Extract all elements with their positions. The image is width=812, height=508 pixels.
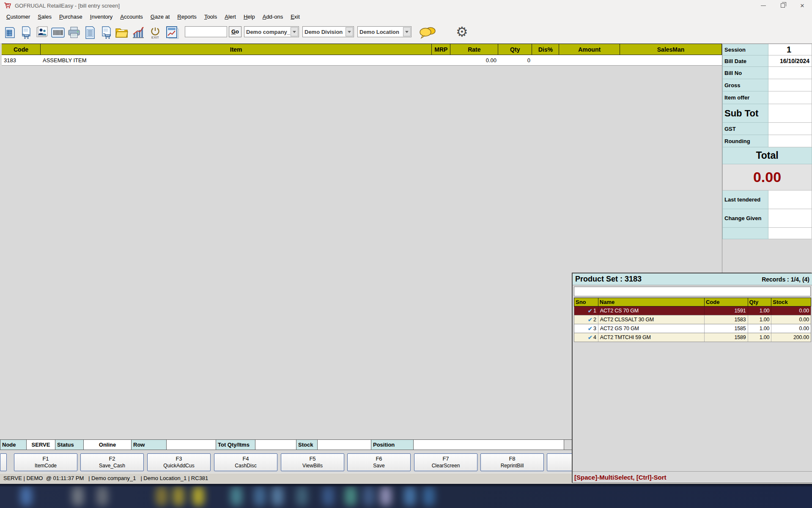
division-select[interactable]: Demo Division — [302, 26, 354, 37]
fkey-label: F4 — [242, 456, 249, 462]
fkey-label: F2 — [109, 456, 115, 462]
chevron-down-icon[interactable] — [403, 27, 411, 36]
menu-add-ons[interactable]: Add-ons — [259, 12, 287, 21]
gear-icon[interactable]: ⚙ — [456, 24, 468, 40]
fkey-action: QuickAddCus — [163, 462, 194, 469]
f5-view-bills-button[interactable]: F5ViewBills — [281, 453, 344, 471]
col-header-dis[interactable]: Dis% — [532, 44, 559, 55]
menu-purchase[interactable]: Purchase — [55, 12, 86, 21]
col-header-qty[interactable]: Qty — [498, 44, 532, 55]
customers-icon[interactable] — [35, 25, 49, 41]
row-label: Row — [132, 440, 167, 450]
minimize-button[interactable] — [754, 0, 773, 11]
col-header-code[interactable]: Code — [2, 44, 41, 55]
tot-qty-label: Tot Qty/Itms — [216, 440, 255, 450]
ps-col-stock[interactable]: Stock — [771, 298, 811, 306]
col-header-rate[interactable]: Rate — [450, 44, 498, 55]
daily-report-icon[interactable] — [165, 25, 179, 41]
taskbar-icon-blur — [230, 486, 242, 506]
go-button[interactable]: Go — [229, 26, 241, 37]
close-icon: ✕ — [800, 3, 805, 9]
product-set-row-selected[interactable]: ✔1 ACT2 CS 70 GM 1591 1.00 0.00 — [574, 306, 811, 315]
fkey-action: Save_Cash — [99, 462, 125, 469]
title-bar: RE GOFRUGAL RetailEasy - [bill entry scr… — [0, 0, 812, 11]
location-select[interactable]: Demo Location — [357, 26, 411, 37]
f1-itemcode-button[interactable]: F1ItemCode — [14, 453, 77, 471]
exit-power-icon[interactable]: EXIT — [148, 25, 162, 41]
menu-gaze-at[interactable]: Gaze at — [147, 12, 174, 21]
bill-grid-row[interactable]: 3183 ASSEMBLY ITEM 0.00 0 — [2, 55, 722, 66]
ps-qty: 1.00 — [748, 315, 772, 324]
ps-name: ACT2 TMTCHI 59 GM — [598, 333, 705, 342]
f7-clear-screen-button[interactable]: F7ClearScreen — [414, 453, 477, 471]
location-select-value: Demo Location — [358, 29, 403, 35]
purchase-bill-icon[interactable] — [99, 25, 113, 41]
company-select-value: Demo company_ — [244, 29, 291, 35]
ps-stock: 200.00 — [771, 333, 811, 342]
menu-accounts[interactable]: Accounts — [116, 12, 146, 21]
menu-inventory[interactable]: Inventory — [86, 12, 117, 21]
company-select[interactable]: Demo company_ — [244, 26, 299, 37]
total-value: 0.00 — [722, 164, 812, 190]
chat-icon[interactable] — [419, 26, 437, 39]
menu-help[interactable]: Help — [240, 12, 259, 21]
toolbar: EXIT Go Demo company_ Demo Division Demo… — [0, 22, 812, 43]
f6-save-button[interactable]: F6Save — [347, 453, 411, 471]
product-set-search-input[interactable] — [574, 287, 811, 296]
fkey-label: F6 — [376, 456, 382, 462]
cell-item: ASSEMBLY ITEM — [41, 55, 432, 65]
col-header-salesman[interactable]: SalesMan — [620, 44, 721, 55]
col-header-item[interactable]: Item — [41, 44, 432, 55]
restore-button[interactable] — [773, 0, 793, 11]
f4-cash-disc-button[interactable]: F4CashDisc — [214, 453, 277, 471]
ps-qty: 1.00 — [748, 306, 772, 315]
fkey-action: CashDisc — [235, 462, 256, 469]
rounding-value — [768, 135, 812, 147]
open-folder-icon[interactable] — [115, 25, 129, 41]
ps-col-name[interactable]: Name — [598, 298, 705, 306]
menu-customer[interactable]: Customer — [3, 12, 34, 21]
product-set-row[interactable]: ✔4 ACT2 TMTCHI 59 GM 1589 1.00 200.00 — [574, 333, 811, 342]
status-label: Status — [55, 440, 84, 450]
status-row-stub — [564, 440, 573, 450]
sales-bill-icon[interactable] — [19, 25, 33, 41]
chevron-down-icon[interactable] — [291, 27, 298, 36]
exit-label: EXIT — [151, 36, 159, 39]
ps-sno: 4 — [593, 334, 596, 340]
toolbar-search-input[interactable] — [185, 26, 227, 37]
printer-icon[interactable] — [67, 25, 81, 41]
bill-receipt-icon[interactable] — [3, 25, 17, 41]
close-button[interactable]: ✕ — [793, 0, 812, 11]
ps-stock: 0.00 — [771, 315, 811, 324]
ps-col-sno[interactable]: Sno — [574, 298, 598, 306]
item-list-icon[interactable] — [83, 25, 97, 41]
product-set-header: Sno Name Code Qty Stock — [574, 298, 811, 306]
ps-name: ACT2 CS 70 GM — [598, 306, 705, 315]
last-tendered-label: Last tendered — [722, 190, 768, 209]
ps-col-qty[interactable]: Qty — [748, 298, 772, 306]
f8-reprint-bill-button[interactable]: F8ReprintBill — [480, 453, 544, 471]
taskbar-icon-blur — [380, 486, 392, 506]
ps-col-code[interactable]: Code — [705, 298, 748, 306]
product-set-row[interactable]: ✔2 ACT2 CLSSALT 30 GM 1583 1.00 0.00 — [574, 315, 811, 324]
col-header-amount[interactable]: Amount — [559, 44, 620, 55]
division-select-value: Demo Division — [303, 29, 346, 35]
barcode-icon[interactable] — [51, 25, 65, 41]
menu-reports[interactable]: Reports — [173, 12, 200, 21]
chevron-down-icon[interactable] — [346, 27, 353, 36]
menu-tools[interactable]: Tools — [200, 12, 221, 21]
menu-exit[interactable]: Exit — [287, 12, 304, 21]
windows-taskbar[interactable] — [0, 484, 812, 508]
bill-grid-header: Code Item MRP Rate Qty Dis% Amount Sales… — [2, 44, 722, 55]
menu-sales[interactable]: Sales — [34, 12, 55, 21]
tot-qty-value — [255, 440, 296, 450]
f2-save-cash-button[interactable]: F2Save_Cash — [80, 453, 144, 471]
fkey-stub-button[interactable] — [0, 453, 7, 471]
svg-text:RE: RE — [6, 3, 10, 6]
sales-graph-icon[interactable] — [131, 25, 145, 41]
menu-alert[interactable]: Alert — [221, 12, 240, 21]
product-set-row[interactable]: ✔3 ACT2 GS 70 GM 1585 1.00 0.00 — [574, 324, 811, 333]
f3-quick-add-cus-button[interactable]: F3QuickAddCus — [147, 453, 211, 471]
app-logo-icon: RE — [4, 2, 11, 9]
col-header-mrp[interactable]: MRP — [432, 44, 450, 55]
